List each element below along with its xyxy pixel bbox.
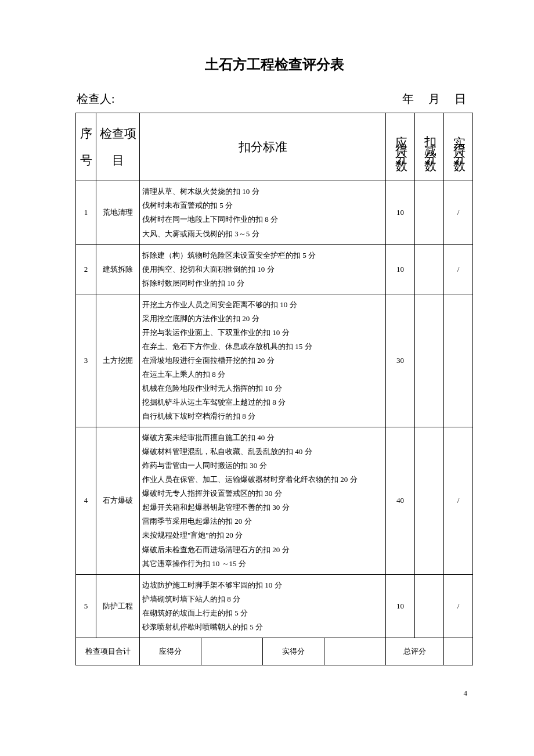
score-table: 序号 检查项目 扣分标准 应得分数 扣减分数 实得分数 1荒地清理清理从草、树木…	[75, 113, 473, 665]
criteria-line: 起爆开关箱和起爆器钥匙管理不善的扣 30 分	[142, 501, 383, 514]
criteria-line: 爆破材料管理混乱，私自收藏、乱丢乱放的扣 40 分	[142, 445, 383, 459]
footer-due-label: 应得分	[140, 638, 201, 665]
header-criteria: 扣分标准	[140, 113, 386, 181]
footer-total-label: 检查项目合计	[76, 638, 140, 665]
criteria-line: 在砌筑好的坡面上行走的扣 5 分	[142, 606, 383, 620]
header-idx: 序号	[76, 113, 96, 181]
inspector-label: 检查人:	[77, 91, 115, 107]
cell-deduct	[415, 574, 444, 638]
criteria-line: 大风、大雾或雨天伐树的扣 3～5 分	[142, 227, 383, 241]
date-label: 年 月 日	[402, 91, 472, 107]
criteria-line: 其它违章操作行为扣 10 ～15 分	[142, 557, 383, 571]
table-row: 2建筑拆除拆除建（构）筑物时危险区未设置安全护栏的扣 5 分使用掏空、挖切和大面…	[76, 244, 473, 294]
header-deduct: 扣减分数	[415, 113, 444, 181]
footer-overall-label: 总评分	[386, 638, 444, 665]
criteria-line: 伐树时在同一地段上下同时作业的扣 8 分	[142, 213, 383, 226]
cell-idx: 4	[76, 427, 96, 574]
criteria-line: 自行机械下坡时空档滑行的扣 8 分	[142, 409, 383, 423]
cell-due: 30	[386, 294, 415, 427]
cell-idx: 1	[76, 181, 96, 244]
cell-due: 10	[386, 244, 415, 294]
cell-item: 防护工程	[96, 574, 140, 638]
cell-deduct	[415, 181, 444, 244]
meta-row: 检查人: 年 月 日	[75, 91, 473, 107]
criteria-line: 炸药与雷管由一人同时搬运的扣 30 分	[142, 459, 383, 473]
criteria-line: 在滑坡地段进行全面拉槽开挖的扣 20 分	[142, 354, 383, 368]
criteria-line: 爆破方案未经审批而擅自施工的扣 40 分	[142, 431, 383, 445]
cell-criteria: 开挖土方作业人员之间安全距离不够的扣 10 分采用挖空底脚的方法作业的扣 20 …	[140, 294, 386, 427]
footer-mid-cell: 应得分 实得分	[140, 638, 386, 665]
criteria-line: 采用挖空底脚的方法作业的扣 20 分	[142, 312, 383, 326]
criteria-line: 护墙砌筑时墙下站人的扣 8 分	[142, 592, 383, 606]
cell-idx: 2	[76, 244, 96, 294]
table-row: 1荒地清理清理从草、树木纵火焚烧的扣 10 分伐树时未布置警戒的扣 5 分伐树时…	[76, 181, 473, 244]
cell-criteria: 拆除建（构）筑物时危险区未设置安全护栏的扣 5 分使用掏空、挖切和大面积推倒的扣…	[140, 244, 386, 294]
criteria-line: 未按规程处理"盲炮"的扣 20 分	[142, 528, 383, 542]
cell-criteria: 爆破方案未经审批而擅自施工的扣 40 分爆破材料管理混乱，私自收藏、乱丢乱放的扣…	[140, 427, 386, 574]
footer-actual-value	[324, 638, 385, 665]
criteria-line: 拆除建（构）筑物时危险区未设置安全护栏的扣 5 分	[142, 249, 383, 262]
criteria-line: 伐树时未布置警戒的扣 5 分	[142, 199, 383, 213]
cell-idx: 5	[76, 574, 96, 638]
table-row: 5防护工程边坡防护施工时脚手架不够牢固的扣 10 分护墙砌筑时墙下站人的扣 8 …	[76, 574, 473, 638]
table-header-row: 序号 检查项目 扣分标准 应得分数 扣减分数 实得分数	[76, 113, 473, 181]
document-title: 土石方工程检查评分表	[75, 55, 473, 74]
cell-actual: /	[444, 244, 473, 294]
criteria-line: 开挖与装运作业面上、下双重作业的扣 10 分	[142, 326, 383, 340]
table-row: 4石方爆破爆破方案未经审批而擅自施工的扣 40 分爆破材料管理混乱，私自收藏、乱…	[76, 427, 473, 574]
criteria-line: 在弃土、危石下方作业、休息或存放机具的扣 15 分	[142, 340, 383, 354]
footer-row: 检查项目合计 应得分 实得分 总评分	[76, 638, 473, 665]
criteria-line: 雷雨季节采用电起爆法的扣 20 分	[142, 514, 383, 528]
cell-item: 土方挖掘	[96, 294, 140, 427]
footer-overall-value	[444, 638, 473, 665]
cell-criteria: 清理从草、树木纵火焚烧的扣 10 分伐树时未布置警戒的扣 5 分伐树时在同一地段…	[140, 181, 386, 244]
footer-due-value	[201, 638, 263, 665]
cell-deduct	[415, 427, 444, 574]
criteria-line: 使用掏空、挖切和大面积推倒的扣 10 分	[142, 262, 383, 276]
cell-item: 石方爆破	[96, 427, 140, 574]
criteria-line: 挖掘机铲斗从运土车驾驶室上越过的扣 8 分	[142, 395, 383, 409]
header-due: 应得分数	[386, 113, 415, 181]
cell-due: 10	[386, 181, 415, 244]
cell-actual: /	[444, 427, 473, 574]
criteria-line: 拆除时数层同时作业的扣 10 分	[142, 276, 383, 290]
cell-idx: 3	[76, 294, 96, 427]
cell-due: 40	[386, 427, 415, 574]
criteria-line: 边坡防护施工时脚手架不够牢固的扣 10 分	[142, 578, 383, 592]
header-item: 检查项目	[96, 113, 140, 181]
criteria-line: 砂浆喷射机停歇时喷嘴朝人的扣 5 分	[142, 620, 383, 634]
cell-due: 10	[386, 574, 415, 638]
header-actual: 实得分数	[444, 113, 473, 181]
cell-item: 荒地清理	[96, 181, 140, 244]
table-row: 3土方挖掘开挖土方作业人员之间安全距离不够的扣 10 分采用挖空底脚的方法作业的…	[76, 294, 473, 427]
criteria-line: 开挖土方作业人员之间安全距离不够的扣 10 分	[142, 298, 383, 312]
cell-deduct	[415, 294, 444, 427]
cell-deduct	[415, 244, 444, 294]
criteria-line: 清理从草、树木纵火焚烧的扣 10 分	[142, 185, 383, 199]
criteria-line: 机械在危险地段作业时无人指挥的扣 10 分	[142, 381, 383, 395]
cell-actual: /	[444, 574, 473, 638]
cell-actual: /	[444, 181, 473, 244]
cell-actual	[444, 294, 473, 427]
page-number: 4	[75, 689, 473, 698]
cell-criteria: 边坡防护施工时脚手架不够牢固的扣 10 分护墙砌筑时墙下站人的扣 8 分在砌筑好…	[140, 574, 386, 638]
criteria-line: 爆破时无专人指挥并设置警戒区的扣 30 分	[142, 487, 383, 501]
footer-actual-label: 实得分	[263, 638, 324, 665]
criteria-line: 作业人员在保管、加工、运输爆破器材时穿着化纤衣物的扣 20 分	[142, 473, 383, 487]
criteria-line: 爆破后未检查危石而进场清理石方的扣 20 分	[142, 543, 383, 557]
cell-item: 建筑拆除	[96, 244, 140, 294]
criteria-line: 在运土车上乘人的扣 8 分	[142, 368, 383, 381]
